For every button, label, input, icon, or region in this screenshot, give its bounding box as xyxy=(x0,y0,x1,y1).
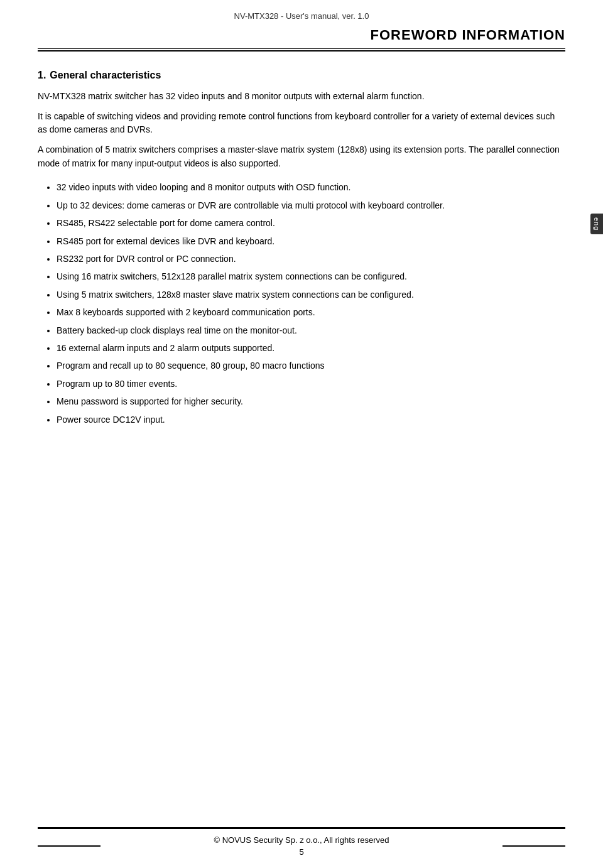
page-container: NV-MTX328 - User's manual, ver. 1.0 FORE… xyxy=(0,0,603,868)
paragraph-1: NV-MTX328 matrix switcher has 32 video i… xyxy=(38,90,565,104)
foreword-title-section: FOREWORD INFORMATION xyxy=(0,21,603,43)
list-item: Program up to 80 timer events. xyxy=(57,377,565,391)
list-item: 16 external alarm inputs and 2 alarm out… xyxy=(57,341,565,355)
list-item: RS485, RS422 selectable port for dome ca… xyxy=(57,216,565,230)
paragraph-2: It is capable of switching videos and pr… xyxy=(38,110,565,137)
content-area: 1.General characteristics NV-MTX328 matr… xyxy=(0,52,603,426)
list-item: Battery backed-up clock displays real ti… xyxy=(57,323,565,337)
footer-page-number: 5 xyxy=(214,847,389,857)
footer-line-left xyxy=(38,845,100,847)
list-item: Power source DC12V input. xyxy=(57,413,565,426)
section-1-heading: 1.General characteristics xyxy=(38,70,565,81)
feature-list: 32 video inputs with video looping and 8… xyxy=(57,180,565,426)
footer-area: © NOVUS Security Sp. z o.o., All rights … xyxy=(0,827,603,868)
doc-title: NV-MTX328 - User's manual, ver. 1.0 xyxy=(234,11,369,21)
list-item: Program and recall up to 80 sequence, 80… xyxy=(57,359,565,372)
list-item: Using 16 matrix switchers, 512x128 paral… xyxy=(57,269,565,283)
section-number: 1. xyxy=(38,70,46,80)
list-item: 32 video inputs with video looping and 8… xyxy=(57,180,565,194)
footer-rule xyxy=(38,827,565,829)
section-heading-text: General characteristics xyxy=(50,70,161,80)
list-item: Max 8 keyboards supported with 2 keyboar… xyxy=(57,305,565,319)
list-item: RS232 port for DVR control or PC connect… xyxy=(57,252,565,266)
footer-content: © NOVUS Security Sp. z o.o., All rights … xyxy=(38,835,565,857)
footer-copyright: © NOVUS Security Sp. z o.o., All rights … xyxy=(214,835,389,845)
list-item: RS485 port for external devices like DVR… xyxy=(57,234,565,248)
list-item: Up to 32 devices: dome cameras or DVR ar… xyxy=(57,198,565,212)
paragraph-3: A combination of 5 matrix switchers comp… xyxy=(38,143,565,170)
footer-bottom: © NOVUS Security Sp. z o.o., All rights … xyxy=(38,835,565,857)
footer-line-right xyxy=(503,845,565,847)
list-item: Menu password is supported for higher se… xyxy=(57,394,565,408)
language-badge: eng xyxy=(590,214,603,234)
foreword-title: FOREWORD INFORMATION xyxy=(371,27,565,43)
list-item: Using 5 matrix switchers, 128x8 master s… xyxy=(57,288,565,301)
header-area: NV-MTX328 - User's manual, ver. 1.0 xyxy=(0,0,603,21)
